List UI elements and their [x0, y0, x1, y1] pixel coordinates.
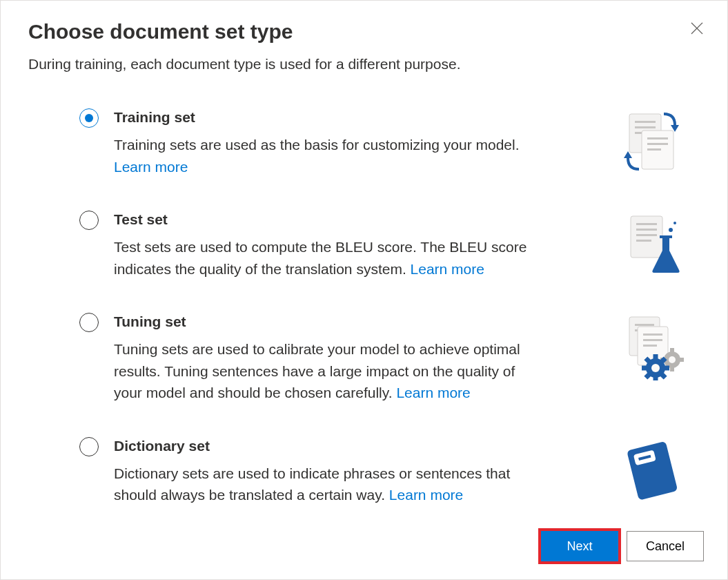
- svg-point-16: [669, 228, 673, 232]
- learn-more-link[interactable]: Learn more: [411, 261, 484, 277]
- notebook-icon: [610, 436, 693, 505]
- option-description: Training sets are used as the basis for …: [114, 134, 528, 177]
- svg-rect-27: [670, 348, 674, 352]
- choose-document-set-dialog: Choose document set type During training…: [1, 1, 727, 579]
- options-list: Training set Training sets are used as t…: [28, 107, 700, 506]
- svg-point-32: [651, 364, 660, 372]
- svg-rect-34: [653, 377, 658, 380]
- svg-rect-35: [642, 366, 647, 371]
- svg-rect-19: [635, 324, 654, 326]
- svg-rect-9: [647, 148, 661, 151]
- svg-point-17: [673, 222, 676, 224]
- svg-rect-30: [680, 358, 684, 362]
- doc-gear-icon: [610, 311, 693, 380]
- radio-tuning[interactable]: [79, 313, 99, 332]
- svg-rect-7: [647, 137, 668, 139]
- option-description: Dictionary sets are used to indicate phr…: [114, 463, 528, 506]
- svg-rect-8: [647, 143, 668, 145]
- dialog-footer: Next Cancel: [541, 531, 704, 561]
- option-label: Test set: [114, 211, 596, 228]
- option-test: Test set Test sets are used to compute t…: [79, 209, 693, 280]
- option-label: Training set: [114, 109, 596, 126]
- svg-rect-22: [643, 334, 662, 336]
- dialog-title: Choose document set type: [28, 20, 700, 44]
- learn-more-link[interactable]: Learn more: [396, 385, 470, 400]
- svg-rect-10: [631, 216, 662, 258]
- svg-rect-36: [665, 366, 669, 371]
- doc-exchange-icon: [610, 107, 693, 176]
- svg-rect-3: [635, 121, 656, 123]
- svg-rect-13: [636, 234, 657, 236]
- option-training: Training set Training sets are used as t…: [79, 107, 693, 177]
- svg-rect-14: [636, 240, 651, 242]
- radio-dictionary[interactable]: [79, 437, 99, 456]
- svg-rect-24: [643, 345, 657, 347]
- radio-test[interactable]: [79, 211, 99, 230]
- cancel-button[interactable]: Cancel: [627, 531, 704, 561]
- next-button[interactable]: Next: [541, 531, 618, 561]
- close-icon: [690, 26, 704, 37]
- learn-more-link[interactable]: Learn more: [114, 159, 188, 175]
- svg-rect-15: [660, 235, 672, 238]
- option-dictionary: Dictionary set Dictionary sets are used …: [79, 436, 693, 506]
- dialog-subtitle: During training, each document type is u…: [28, 56, 700, 72]
- close-button[interactable]: [690, 21, 704, 38]
- svg-rect-11: [636, 223, 657, 225]
- option-label: Dictionary set: [114, 438, 596, 454]
- option-description: Test sets are used to compute the BLEU s…: [114, 236, 528, 280]
- svg-point-26: [669, 356, 676, 363]
- option-label: Tuning set: [114, 313, 596, 330]
- svg-rect-41: [627, 441, 678, 500]
- learn-more-link[interactable]: Learn more: [389, 487, 463, 503]
- doc-flask-icon: [610, 209, 693, 278]
- radio-training[interactable]: [79, 108, 99, 128]
- svg-rect-12: [636, 229, 657, 231]
- svg-rect-23: [643, 339, 662, 341]
- svg-rect-33: [653, 354, 658, 359]
- svg-rect-4: [635, 126, 656, 128]
- option-description: Tuning sets are used to calibrate your m…: [114, 338, 528, 404]
- svg-rect-28: [670, 367, 674, 371]
- option-tuning: Tuning set Tuning sets are used to calib…: [79, 311, 693, 404]
